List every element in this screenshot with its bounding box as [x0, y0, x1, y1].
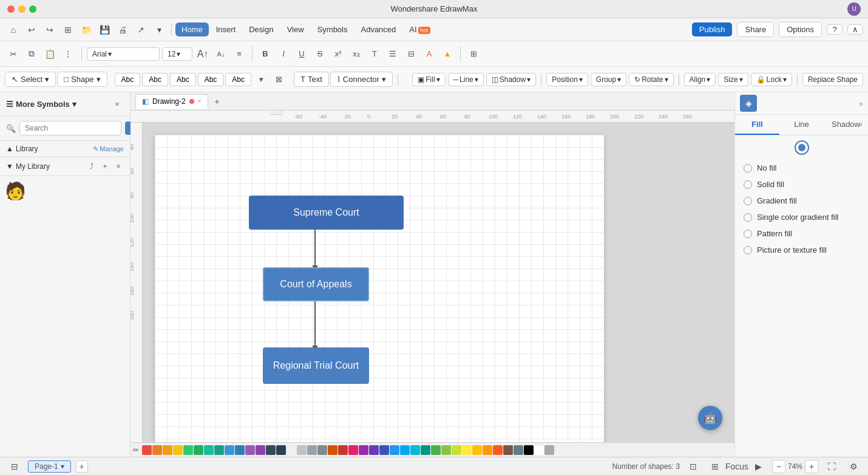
color-swatch-21[interactable]: [359, 445, 368, 455]
options-button[interactable]: Options: [779, 22, 822, 37]
search-input[interactable]: [19, 121, 121, 135]
export-icon[interactable]: ↗: [132, 21, 149, 38]
italic-icon[interactable]: I: [276, 46, 291, 62]
tab-close-icon[interactable]: ×: [198, 98, 202, 104]
add-tab-button[interactable]: +: [211, 95, 224, 108]
styles-more-icon[interactable]: ▾: [253, 72, 269, 87]
styles-expand-icon[interactable]: ⊠: [271, 72, 287, 87]
color-swatch-15[interactable]: [297, 445, 307, 455]
color-swatch-37[interactable]: [524, 445, 534, 455]
page-tab-1[interactable]: Page-1 ▾: [28, 460, 71, 473]
connector-button[interactable]: ⌇ Connector ▾: [330, 72, 393, 87]
copy-icon[interactable]: ⧉: [23, 46, 40, 63]
underline-icon[interactable]: U: [294, 46, 310, 62]
focus-button[interactable]: Focus: [728, 458, 745, 475]
color-swatch-26[interactable]: [410, 445, 420, 455]
select-button[interactable]: ↖ Select ▾: [5, 72, 56, 87]
color-swatch-31[interactable]: [462, 445, 472, 455]
fill-option-picture[interactable]: Picture or texture fill: [735, 242, 868, 258]
home-icon[interactable]: ⌂: [5, 21, 22, 38]
color-swatch-17[interactable]: [317, 445, 327, 455]
color-swatch-34[interactable]: [493, 445, 503, 455]
paste-special-icon[interactable]: ⋮: [59, 46, 76, 63]
line-tab[interactable]: Line: [779, 115, 824, 135]
grid-toggle-icon[interactable]: ⊞: [707, 458, 724, 475]
color-swatch-6[interactable]: [204, 445, 214, 455]
drawing-tab[interactable]: ◧ Drawing-2 ×: [135, 94, 208, 109]
group-button[interactable]: Group ▾: [591, 73, 626, 86]
color-swatch-22[interactable]: [369, 445, 379, 455]
style-swatch-4[interactable]: Abc: [198, 73, 224, 86]
right-panel-close-icon[interactable]: ×: [858, 120, 863, 129]
color-swatch-28[interactable]: [431, 445, 441, 455]
increase-font-icon[interactable]: A↑: [195, 46, 211, 62]
share-button[interactable]: Share: [737, 22, 774, 37]
bold-icon[interactable]: B: [257, 46, 273, 62]
more-icon[interactable]: ▾: [151, 21, 168, 38]
new-icon[interactable]: ⊞: [59, 21, 76, 38]
collapse-button[interactable]: ∧: [847, 24, 863, 35]
menu-ai[interactable]: AIhot: [403, 22, 436, 36]
color-swatch-1[interactable]: [152, 445, 162, 455]
color-swatch-5[interactable]: [194, 445, 203, 455]
color-swatch-27[interactable]: [421, 445, 430, 455]
redo-icon[interactable]: ↪: [41, 21, 58, 38]
sidebar-toggle-icon[interactable]: ⊟: [6, 458, 23, 475]
size-button[interactable]: Size ▾: [718, 73, 748, 86]
my-library-add-icon[interactable]: +: [100, 161, 110, 172]
fill-tab[interactable]: Fill: [735, 115, 779, 135]
color-swatch-16[interactable]: [307, 445, 317, 455]
fill-option-solid[interactable]: Solid fill: [735, 176, 868, 193]
menu-advanced[interactable]: Advanced: [354, 22, 402, 36]
sidebar-collapse-icon[interactable]: «: [110, 97, 124, 111]
minimize-button[interactable]: [18, 5, 25, 13]
menu-symbols[interactable]: Symbols: [311, 22, 354, 36]
color-bar-pencil-icon[interactable]: ✏: [133, 446, 139, 454]
shape-button[interactable]: □ Shape ▾: [57, 72, 107, 87]
color-swatch-0[interactable]: [142, 445, 152, 455]
panel-icon-btn[interactable]: ◈: [740, 95, 757, 112]
color-swatch-25[interactable]: [400, 445, 410, 455]
color-swatch-29[interactable]: [441, 445, 451, 455]
menu-insert[interactable]: Insert: [210, 22, 242, 36]
menu-design[interactable]: Design: [243, 22, 279, 36]
save-icon[interactable]: 💾: [96, 21, 113, 38]
color-swatch-35[interactable]: [503, 445, 513, 455]
cut-icon[interactable]: ✂: [5, 46, 22, 63]
replace-shape-button[interactable]: Replace Shape: [802, 73, 863, 86]
color-swatch-38[interactable]: [534, 445, 544, 455]
rotate-button[interactable]: ↻ Rotate ▾: [629, 73, 673, 86]
color-swatch-8[interactable]: [225, 445, 234, 455]
zoom-out-button[interactable]: −: [772, 460, 785, 473]
color-swatch-11[interactable]: [256, 445, 265, 455]
color-swatch-2[interactable]: [163, 445, 172, 455]
regional-trial-court-node[interactable]: Regional Trial Court: [263, 347, 369, 384]
color-swatch-39[interactable]: [544, 445, 554, 455]
color-swatch-3[interactable]: [173, 445, 183, 455]
style-swatch-3[interactable]: Abc: [170, 73, 196, 86]
open-icon[interactable]: 📁: [78, 21, 95, 38]
decrease-font-icon[interactable]: A↓: [213, 46, 229, 62]
color-swatch-4[interactable]: [183, 445, 193, 455]
fill-option-gradient[interactable]: Gradient fill: [735, 193, 868, 209]
font-color-icon[interactable]: A: [421, 46, 437, 62]
lock-button[interactable]: 🔒 Lock ▾: [751, 73, 792, 86]
align-button[interactable]: Align ▾: [684, 73, 716, 86]
fill-option-pattern[interactable]: Pattern fill: [735, 225, 868, 242]
zoom-in-button[interactable]: +: [805, 460, 818, 473]
grid-icon[interactable]: ⊞: [466, 46, 481, 62]
fill-button[interactable]: ▣ Fill ▾: [412, 73, 445, 86]
indent-icon[interactable]: ⊟: [403, 46, 419, 62]
right-panel-expand-icon[interactable]: »: [859, 99, 863, 108]
fill-option-single-gradient[interactable]: Single color gradient fill: [735, 209, 868, 225]
maximize-button[interactable]: [29, 5, 36, 13]
my-library-close-icon[interactable]: ×: [113, 161, 124, 172]
fit-page-icon[interactable]: ⊡: [685, 458, 702, 475]
color-swatch-33[interactable]: [483, 445, 492, 455]
color-swatch-32[interactable]: [472, 445, 482, 455]
color-swatch-13[interactable]: [276, 445, 286, 455]
color-swatch-23[interactable]: [379, 445, 389, 455]
help-button[interactable]: ?: [827, 24, 843, 35]
fill-option-none[interactable]: No fill: [735, 160, 868, 176]
color-swatch-18[interactable]: [328, 445, 337, 455]
